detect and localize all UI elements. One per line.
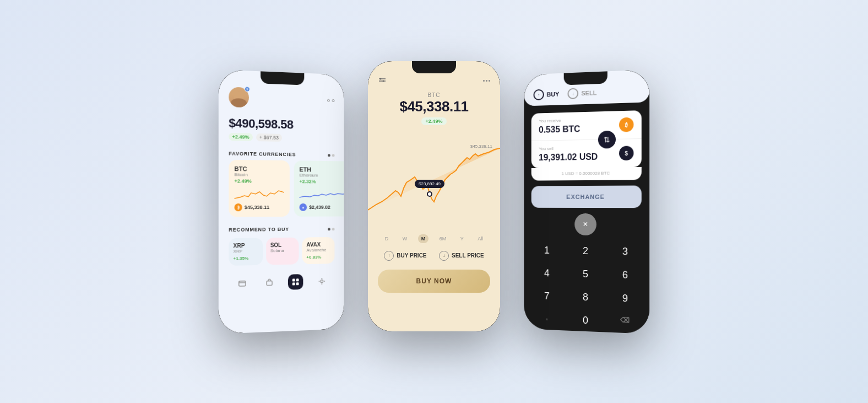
tab-M[interactable]: M bbox=[418, 234, 429, 243]
key-backspace[interactable]: ⌫ bbox=[605, 310, 645, 334]
buy-tab-label: BUY bbox=[547, 90, 560, 98]
btc-name: Bitcoin bbox=[235, 172, 284, 178]
eth-coin-icon: ♦ bbox=[300, 203, 307, 211]
left-phone: 9 $490,598.58 +2.49% + $67.53 FAVORITE C… bbox=[219, 69, 344, 334]
dot1 bbox=[327, 99, 330, 101]
fav-dots bbox=[328, 153, 334, 156]
bottom-nav bbox=[219, 267, 344, 303]
eth-mini-chart bbox=[300, 187, 344, 201]
fav-cards-row: BTC Bitcoin +2.49% ₿ $45,338.11 ETH Ethe… bbox=[219, 159, 344, 217]
change-pct-badge: +2.49% bbox=[229, 132, 253, 141]
avax-change: +0.83% bbox=[307, 254, 330, 260]
close-button[interactable]: × bbox=[574, 213, 596, 235]
key-0[interactable]: 0 bbox=[566, 308, 605, 332]
numpad: 1 2 3 4 5 6 7 8 9 , 0 ⌫ bbox=[524, 239, 649, 334]
avatar-container: 9 bbox=[229, 87, 249, 108]
svg-rect-1 bbox=[267, 281, 272, 285]
chart-area: $45,338.11 $23,892.49 bbox=[368, 133, 500, 227]
sol-card[interactable]: SOL Solana bbox=[266, 237, 299, 265]
exchange-form: You receive 0.535 BTC ₿ ⇅ You sell 19,39… bbox=[531, 110, 642, 168]
avax-ticker: AVAX bbox=[307, 241, 330, 247]
nav-wallet-icon[interactable] bbox=[235, 275, 250, 291]
time-tabs: D W M 6M Y All bbox=[368, 231, 500, 246]
rec-cards-row: XRP XRP +1.35% SOL Solana AVAX Avalanche… bbox=[219, 237, 344, 266]
center-phone: BTC $45,338.11 +2.49% $45,338.11 $23,892… bbox=[368, 61, 500, 331]
key-7[interactable]: 7 bbox=[528, 284, 566, 308]
svg-rect-0 bbox=[239, 281, 246, 286]
key-1[interactable]: 1 bbox=[528, 239, 566, 262]
tab-All[interactable]: All bbox=[474, 234, 486, 243]
menu-dots-icon[interactable] bbox=[327, 99, 334, 101]
btc-ticker: BTC bbox=[235, 165, 284, 173]
svg-rect-5 bbox=[296, 282, 299, 285]
more-dots-icon[interactable] bbox=[483, 80, 490, 82]
btc-card[interactable]: BTC Bitcoin +2.49% ₿ $45,338.11 bbox=[229, 159, 290, 217]
buy-now-button[interactable]: BUY NOW bbox=[378, 270, 490, 293]
xrp-card[interactable]: XRP XRP +1.35% bbox=[229, 238, 263, 266]
notch-center bbox=[412, 61, 456, 73]
balance-section: $490,598.58 +2.49% + $67.53 bbox=[219, 112, 344, 148]
sol-change bbox=[270, 255, 295, 255]
chart-dot bbox=[427, 191, 432, 197]
btc-header: BTC $45,338.11 +2.49% bbox=[368, 89, 500, 128]
key-6[interactable]: 6 bbox=[605, 263, 645, 287]
key-5[interactable]: 5 bbox=[566, 262, 605, 286]
notch-right bbox=[564, 71, 607, 85]
buy-icon: ↑ bbox=[384, 251, 394, 261]
buy-price-label: BUY PRICE bbox=[397, 252, 426, 259]
sell-tab-icon: ↓ bbox=[568, 88, 579, 99]
key-8[interactable]: 8 bbox=[566, 286, 605, 309]
eth-card[interactable]: ETH Ethereum +2.32% ♦ $2,439.82 bbox=[294, 160, 344, 217]
nav-grid-icon[interactable] bbox=[288, 274, 303, 290]
receive-row: You receive 0.535 BTC ₿ bbox=[531, 110, 642, 141]
exchange-button[interactable]: EXCHANGE bbox=[531, 185, 642, 208]
key-3[interactable]: 3 bbox=[605, 240, 645, 264]
rec-dot-inactive bbox=[332, 227, 335, 230]
btc-center-ticker: BTC bbox=[368, 92, 500, 98]
nav-settings-icon[interactable] bbox=[314, 273, 329, 289]
dot2 bbox=[332, 99, 335, 101]
btc-badge: ₿ bbox=[619, 117, 633, 132]
screen-right: ↑ BUY ↓ SELL You receive 0.535 BTC ₿ ⇅ Y… bbox=[524, 69, 649, 334]
tab-Y[interactable]: Y bbox=[457, 234, 467, 243]
rec-section-header: RECOMMEND TO BUY bbox=[219, 222, 344, 236]
sliders-icon[interactable] bbox=[378, 77, 387, 85]
screen-left: 9 $490,598.58 +2.49% + $67.53 FAVORITE C… bbox=[219, 69, 344, 334]
avax-name: Avalanche bbox=[307, 247, 330, 252]
sell-row: You sell 19,391.02 USD $ bbox=[531, 138, 642, 168]
key-4[interactable]: 4 bbox=[528, 261, 566, 284]
nav-bag-icon[interactable] bbox=[262, 275, 277, 291]
eth-price-row: ♦ $2,439.82 bbox=[300, 203, 344, 211]
rec-dots bbox=[328, 227, 334, 230]
svg-rect-3 bbox=[296, 278, 299, 281]
avax-card[interactable]: AVAX Avalanche +0.83% bbox=[302, 237, 335, 264]
tab-buy[interactable]: ↑ BUY bbox=[534, 88, 560, 100]
notification-badge: 9 bbox=[245, 86, 250, 92]
swap-button[interactable]: ⇅ bbox=[598, 130, 616, 148]
dot1 bbox=[483, 80, 485, 82]
buy-sell-row: ↑ BUY PRICE ↓ SELL PRICE bbox=[368, 246, 500, 265]
balance-change-row: +2.49% + $67.53 bbox=[229, 132, 334, 142]
key-comma[interactable]: , bbox=[528, 307, 566, 331]
key-9[interactable]: 9 bbox=[605, 286, 645, 310]
sell-price-btn[interactable]: ↓ SELL PRICE bbox=[439, 251, 484, 261]
btc-center-change: +2.49% bbox=[421, 117, 447, 125]
sell-price-label: SELL PRICE bbox=[452, 252, 484, 259]
tab-sell[interactable]: ↓ SELL bbox=[568, 87, 596, 99]
eth-price: $2,439.82 bbox=[309, 204, 330, 209]
tab-6M[interactable]: 6M bbox=[436, 234, 450, 243]
usd-badge: $ bbox=[619, 146, 633, 160]
rec-dot-active bbox=[328, 227, 330, 230]
tab-D[interactable]: D bbox=[382, 234, 392, 243]
xrp-name: XRP bbox=[233, 248, 258, 254]
svg-rect-2 bbox=[292, 278, 295, 281]
tab-W[interactable]: W bbox=[399, 234, 411, 243]
btc-mini-chart bbox=[235, 187, 284, 201]
svg-rect-4 bbox=[292, 282, 295, 285]
btc-center-price: $45,338.11 bbox=[368, 98, 500, 115]
key-2[interactable]: 2 bbox=[566, 239, 605, 262]
dot3 bbox=[489, 80, 490, 82]
buy-price-btn[interactable]: ↑ BUY PRICE bbox=[384, 251, 426, 261]
dot2 bbox=[486, 80, 487, 82]
rate-text: 1 USD = 0.0000028 BTC bbox=[531, 166, 642, 180]
